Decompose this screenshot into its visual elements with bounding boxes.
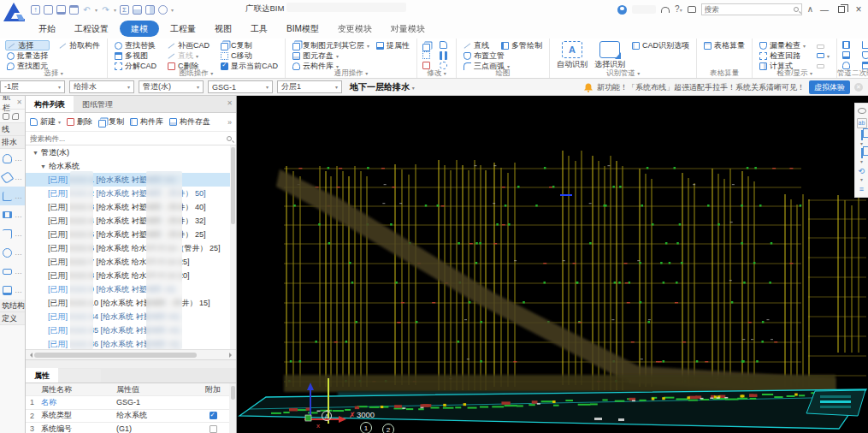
- view-list-icon[interactable]: ≡: [857, 184, 867, 194]
- list-item[interactable]: [已用]GSG-1 [给水系统 衬塑钢管 50]: [26, 173, 236, 187]
- tab-compare-module[interactable]: 对量模块: [381, 19, 434, 39]
- tree-horizontal-scrollbar[interactable]: [26, 349, 236, 359]
- major-select[interactable]: 给排水▾: [69, 80, 134, 93]
- pipe-edit-brush-icon[interactable]: [842, 51, 850, 59]
- app-logo[interactable]: [3, 1, 26, 23]
- group-label-sheet-ops[interactable]: 图纸操作 ▾: [108, 68, 285, 78]
- list-item[interactable]: [已用]GSG-35 [给水系统 衬塑钢管 40]: [26, 323, 236, 337]
- nav-section-plumbing[interactable]: 排水: [0, 136, 25, 149]
- nav-item-equipment[interactable]: …: [0, 168, 25, 187]
- pipe-edit-elbow-icon[interactable]: [862, 41, 868, 49]
- multi-pipe-button[interactable]: 多管绘制: [501, 40, 542, 51]
- nav-item-coupling[interactable]: …: [0, 262, 25, 281]
- layer-select[interactable]: 分层1▾: [277, 80, 342, 93]
- tab-view[interactable]: 视图: [205, 19, 241, 39]
- cad-identify-options-button[interactable]: CAD识别选项: [630, 40, 691, 50]
- group-label-modify[interactable]: 修改 ▾: [417, 68, 456, 78]
- view-cube-icon[interactable]: [857, 130, 867, 140]
- nav-item-pipe[interactable]: …: [0, 187, 25, 205]
- summary-calc-icon[interactable]: Σ: [120, 5, 129, 15]
- cad-canvas[interactable]: x A ✗ 3000 1 2: [237, 96, 868, 433]
- rotate-view-caret[interactable]: ▾: [860, 178, 863, 182]
- group-label-common-ops[interactable]: 通用操作 ▾: [286, 68, 416, 78]
- orbit-icon[interactable]: [857, 106, 867, 116]
- modify-mirror-icon[interactable]: [440, 51, 447, 60]
- title-search-box[interactable]: [701, 3, 802, 15]
- place-riser-button[interactable]: 布置立管: [462, 50, 544, 61]
- notification-close-icon[interactable]: ✕: [854, 83, 863, 92]
- tab-change-module[interactable]: 变更模块: [328, 19, 381, 39]
- tree-group[interactable]: ▼给水系统: [26, 159, 236, 173]
- check-extra-icon-1[interactable]: [817, 44, 824, 49]
- nav-close-icon[interactable]: ✕: [16, 98, 22, 106]
- attach-checkbox-unchecked[interactable]: [210, 425, 217, 433]
- open-folder-icon[interactable]: [56, 5, 66, 15]
- pipe-edit-crown-icon[interactable]: [862, 51, 868, 59]
- check-loop-button[interactable]: 检查回路: [758, 50, 807, 61]
- report-icon[interactable]: [133, 5, 142, 15]
- group-label-check-display[interactable]: 检查/显示 ▾: [753, 68, 836, 78]
- nav-item-drain[interactable]: …: [0, 281, 25, 300]
- annotation-icon[interactable]: ab: [857, 118, 867, 128]
- tree-vertical-scrollbar[interactable]: [230, 145, 236, 349]
- tab-tools[interactable]: 工具: [241, 19, 277, 39]
- multi-view-button[interactable]: 多视图: [113, 50, 158, 61]
- quick-access-overflow[interactable]: ▾: [171, 7, 174, 13]
- skin-icon[interactable]: [688, 6, 696, 13]
- list-item[interactable]: [已用]GSG-10 [给水系统 衬塑钢管（管井） 15]: [26, 296, 236, 310]
- pick-component-button[interactable]: 拾取构件: [57, 40, 102, 50]
- rotate-view-icon[interactable]: ⟲: [857, 166, 867, 176]
- check-extra-icon-3[interactable]: [817, 64, 824, 68]
- notification-action-button[interactable]: 虚拟体验: [809, 80, 850, 94]
- nav-item-fixture[interactable]: …: [0, 149, 25, 168]
- redo-caret[interactable]: ▾: [114, 7, 116, 13]
- modify-move-icon[interactable]: [422, 51, 430, 59]
- property-row-name[interactable]: 1 名称 GSG-1: [26, 396, 236, 410]
- property-row-system-number[interactable]: 3 系统编号 (G1): [26, 423, 236, 433]
- user-avatar[interactable]: [617, 5, 627, 15]
- patch-cad-button[interactable]: 补画CAD: [166, 40, 211, 50]
- list-item[interactable]: [已用]GSG-9 [给水系统 衬塑钢管 15]: [26, 282, 236, 296]
- cad-viewport[interactable]: x A ✗ 3000 1 2 ab ▾ ▾ ⟲ ▾ ≡: [237, 96, 868, 433]
- ribbon-collapse-icon[interactable]: ∧: [807, 4, 813, 15]
- find-replace-button[interactable]: 查找替换: [113, 40, 158, 50]
- batch-select-button[interactable]: 批量选择: [5, 50, 50, 61]
- nav-pin-icon[interactable]: [3, 113, 9, 120]
- grid-icon[interactable]: [145, 5, 155, 15]
- tab-bim-model[interactable]: BIM模型: [277, 19, 328, 39]
- list-item[interactable]: [已用]GSG-5 [给水系统 衬塑钢管（管井） 25]: [26, 228, 236, 241]
- check-extra-icon-2[interactable]: [817, 53, 824, 58]
- toolbar-overflow-button[interactable]: »: [227, 118, 232, 127]
- property-scrollbar[interactable]: [229, 383, 236, 433]
- component-library-button[interactable]: 构件库: [130, 116, 163, 128]
- tab-sheet-manage[interactable]: 图纸管理: [74, 96, 121, 112]
- undo-icon[interactable]: ↶: [82, 5, 92, 15]
- new-file-icon[interactable]: [44, 5, 53, 15]
- modify-stretch-icon[interactable]: [440, 41, 447, 49]
- tab-project-settings[interactable]: 工程设置: [65, 19, 118, 39]
- tree-root[interactable]: ▼管道(水): [26, 145, 236, 159]
- restore-button[interactable]: [836, 5, 847, 15]
- select-identify-button[interactable]: 选择识别: [593, 40, 627, 70]
- auto-identify-button[interactable]: A 自动识别: [555, 40, 589, 70]
- close-button[interactable]: ×: [853, 3, 865, 15]
- help-icon[interactable]: ?▾: [675, 4, 682, 15]
- nav-section-structure[interactable]: 筑结构: [0, 300, 25, 312]
- list-item[interactable]: [已用]GSG-6 [给水系统 给水PP-R S4（管井） 25]: [26, 241, 236, 255]
- delete-component-button[interactable]: 删除: [67, 116, 92, 128]
- select-button[interactable]: 选择: [5, 40, 50, 50]
- tab-start[interactable]: 开始: [29, 19, 65, 39]
- c-copy-button[interactable]: C复制: [219, 40, 280, 50]
- list-item[interactable]: [已用]GSG-8 [给水系统 给水PP-R S4 20]: [26, 269, 236, 282]
- redo-icon[interactable]: ↷: [101, 5, 110, 15]
- undo-caret[interactable]: ▾: [95, 7, 97, 13]
- tab-properties[interactable]: 属性: [26, 368, 58, 383]
- new-component-button[interactable]: 新建 ▾: [30, 116, 61, 128]
- component-select[interactable]: GSG-1▾: [208, 80, 273, 93]
- c-move-button[interactable]: C移动: [219, 50, 280, 61]
- component-save-button[interactable]: 构件存盘: [169, 116, 210, 128]
- drawing-sheet-tab[interactable]: 地下一层给排水 ▾: [350, 81, 415, 93]
- extract-properties-button[interactable]: 提属性: [376, 40, 410, 51]
- solid-display-caret[interactable]: ▾: [860, 160, 863, 164]
- list-item[interactable]: [已用]GSG-34 [给水系统 衬塑钢管 65]: [26, 310, 236, 323]
